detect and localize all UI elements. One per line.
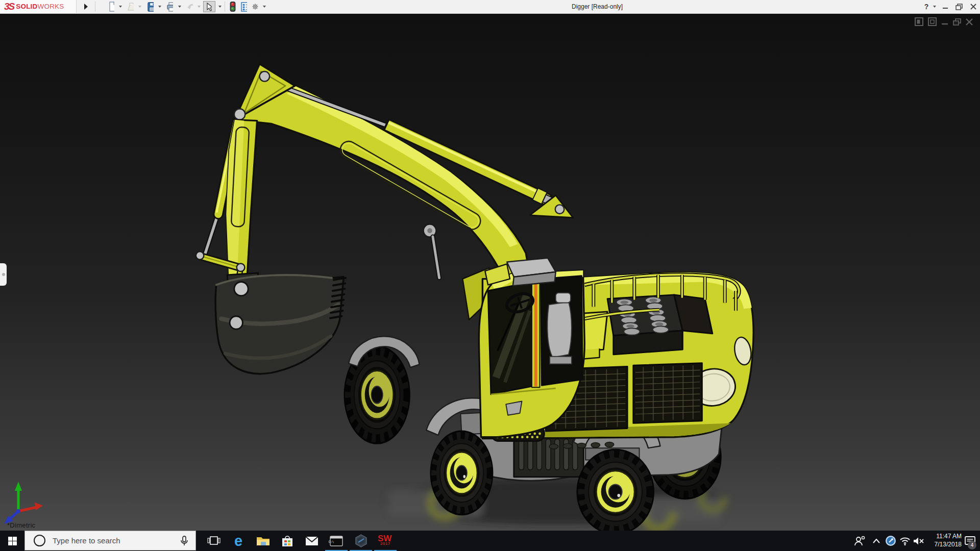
doc-close-icon[interactable] [966, 18, 973, 26]
store-button[interactable] [275, 531, 300, 551]
taskbar: Type here to search e [0, 531, 980, 551]
commandmanager-flyout-arrow[interactable] [80, 1, 92, 12]
clock[interactable]: 11:47 AM 7/13/2018 [925, 532, 962, 548]
print-dropdown[interactable] [178, 6, 181, 8]
notification-badge: 4 [968, 541, 976, 549]
minimize-icon [942, 4, 948, 10]
mirror [506, 402, 522, 415]
brand-solid: SOLID [16, 3, 37, 10]
view-orientation-label: *Dimetric [7, 521, 35, 529]
select-dropdown[interactable] [218, 6, 222, 8]
people-button[interactable] [851, 531, 868, 551]
print-button[interactable] [164, 1, 176, 12]
save-dropdown[interactable] [158, 6, 161, 8]
file-explorer-button[interactable] [251, 531, 275, 551]
task-view-icon [207, 535, 220, 546]
wheel-rear-left[interactable] [431, 431, 493, 515]
start-button[interactable] [0, 531, 24, 551]
search-input[interactable]: Type here to search [24, 531, 196, 550]
apex-pin [260, 71, 270, 82]
open-document-button[interactable] [125, 1, 137, 12]
headrest [556, 293, 571, 303]
select-cursor-icon [207, 3, 212, 11]
display-settings-icon [241, 2, 247, 12]
edge-icon: e [234, 534, 242, 548]
new-document-icon [108, 2, 114, 12]
hex-app-icon [355, 534, 368, 547]
flyout-arrow-icon [84, 4, 88, 10]
restore-button[interactable] [952, 0, 966, 13]
tray-security-button[interactable] [884, 531, 898, 551]
brand-works: WORKS [38, 3, 64, 10]
store-icon [281, 535, 293, 547]
hex-app-button[interactable] [349, 531, 373, 551]
window-title: Digger [Read-only] [572, 3, 623, 10]
save-button[interactable] [144, 1, 157, 12]
new-document-dropdown[interactable] [119, 6, 122, 8]
excavator-model[interactable] [0, 13, 980, 531]
search-placeholder: Type here to search [53, 536, 180, 545]
command-prompt-button[interactable]: C:\ [324, 531, 349, 551]
close-icon [970, 4, 976, 10]
y-axis-arrow [15, 482, 22, 491]
cortana-icon [34, 535, 45, 546]
options-dropdown[interactable] [263, 6, 266, 8]
security-shield-icon [885, 535, 896, 546]
chevron-up-icon [873, 539, 880, 543]
clock-date: 7/13/2018 [925, 540, 962, 548]
undo-button[interactable] [184, 1, 196, 12]
panel-tab-dot [2, 273, 5, 276]
volume-button[interactable] [912, 531, 926, 551]
command-prompt-label: C:\ [329, 540, 334, 543]
cab-side-window [541, 276, 582, 386]
display-settings-button[interactable] [238, 1, 250, 12]
solidworks-taskbar-icon: SW 2017 [378, 534, 393, 548]
windows-logo-icon [8, 537, 17, 545]
open-document-dropdown[interactable] [138, 6, 141, 8]
doc-restore-icon[interactable] [953, 18, 961, 26]
doc-icon-2[interactable] [928, 17, 937, 26]
undo-icon [187, 3, 193, 11]
options-gear-icon [252, 2, 258, 12]
bucket[interactable] [215, 273, 346, 374]
tray-expand-button[interactable] [869, 531, 884, 551]
close-button[interactable] [967, 0, 980, 13]
select-button[interactable] [203, 1, 215, 12]
people-icon [854, 536, 865, 546]
minimize-button[interactable] [939, 0, 951, 13]
toolbar-separator [95, 2, 95, 12]
wifi-button[interactable] [898, 531, 912, 551]
undo-dropdown[interactable] [198, 6, 201, 8]
task-view-button[interactable] [202, 531, 226, 551]
seat [547, 302, 572, 358]
edge-button[interactable]: e [226, 531, 251, 551]
doc-icon-1[interactable] [915, 17, 923, 26]
side-grille-2 [633, 363, 702, 423]
clock-time: 11:47 AM [925, 532, 962, 540]
wifi-icon [899, 537, 911, 545]
feature-panel-tab[interactable] [0, 263, 7, 286]
rebuild-traffic-light-icon [230, 2, 236, 12]
x-axis-arrow [35, 503, 43, 510]
solidworks-button[interactable]: SW 2017 [373, 531, 398, 551]
help-button[interactable]: ? [921, 0, 932, 13]
print-icon [167, 2, 173, 12]
desktop: 3S SOLIDWORKS [0, 0, 980, 551]
help-dropdown[interactable] [933, 6, 936, 8]
restore-icon [955, 4, 963, 10]
rebuild-button[interactable] [227, 1, 239, 12]
save-icon [148, 2, 154, 12]
titlebar: 3S SOLIDWORKS [0, 0, 980, 14]
new-document-button[interactable] [105, 1, 117, 12]
options-button[interactable] [249, 1, 261, 12]
mail-button[interactable] [300, 531, 324, 551]
solidworks-logo-mark: 3S [4, 1, 14, 12]
orange-door-stripe [534, 280, 537, 387]
wheel-front-right[interactable] [577, 449, 654, 531]
doc-minimize-icon[interactable] [941, 18, 948, 26]
graphics-viewport[interactable]: *Dimetric [0, 13, 980, 531]
microphone-icon[interactable] [180, 536, 188, 546]
volume-muted-icon [913, 537, 925, 545]
solidworks-logo: 3S SOLIDWORKS [0, 0, 77, 13]
document-window-controls [915, 17, 973, 26]
